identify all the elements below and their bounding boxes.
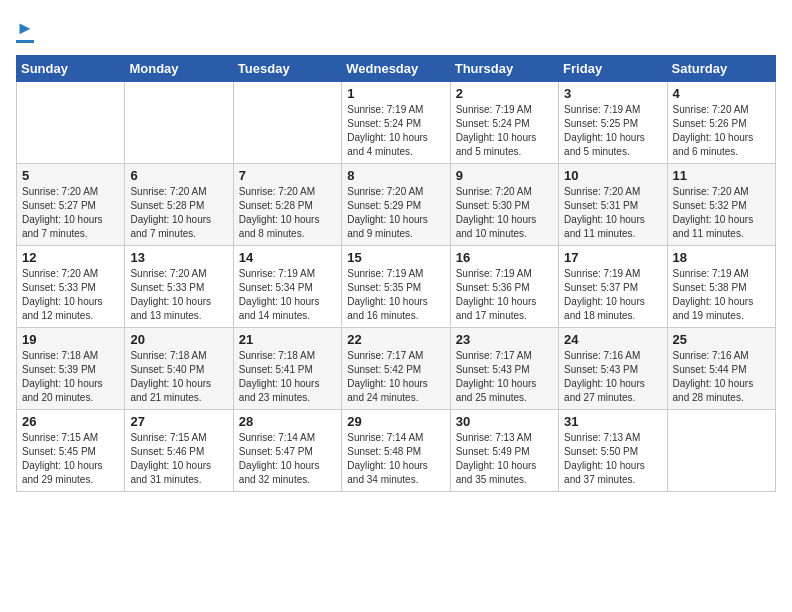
cell-text: Sunrise: 7:20 AMSunset: 5:28 PMDaylight:… <box>130 185 227 241</box>
day-cell: 16Sunrise: 7:19 AMSunset: 5:36 PMDayligh… <box>450 246 558 328</box>
day-number: 21 <box>239 332 336 347</box>
day-number: 28 <box>239 414 336 429</box>
cell-text: Sunrise: 7:20 AMSunset: 5:27 PMDaylight:… <box>22 185 119 241</box>
day-number: 9 <box>456 168 553 183</box>
day-cell: 30Sunrise: 7:13 AMSunset: 5:49 PMDayligh… <box>450 410 558 492</box>
cell-text: Sunrise: 7:17 AMSunset: 5:42 PMDaylight:… <box>347 349 444 405</box>
week-row-4: 19Sunrise: 7:18 AMSunset: 5:39 PMDayligh… <box>17 328 776 410</box>
day-cell: 8Sunrise: 7:20 AMSunset: 5:29 PMDaylight… <box>342 164 450 246</box>
day-cell: 18Sunrise: 7:19 AMSunset: 5:38 PMDayligh… <box>667 246 775 328</box>
cell-text: Sunrise: 7:18 AMSunset: 5:40 PMDaylight:… <box>130 349 227 405</box>
cell-text: Sunrise: 7:19 AMSunset: 5:24 PMDaylight:… <box>347 103 444 159</box>
weekday-header-wednesday: Wednesday <box>342 56 450 82</box>
day-cell: 25Sunrise: 7:16 AMSunset: 5:44 PMDayligh… <box>667 328 775 410</box>
day-number: 3 <box>564 86 661 101</box>
week-row-2: 5Sunrise: 7:20 AMSunset: 5:27 PMDaylight… <box>17 164 776 246</box>
day-number: 31 <box>564 414 661 429</box>
day-cell: 22Sunrise: 7:17 AMSunset: 5:42 PMDayligh… <box>342 328 450 410</box>
cell-text: Sunrise: 7:18 AMSunset: 5:39 PMDaylight:… <box>22 349 119 405</box>
cell-text: Sunrise: 7:14 AMSunset: 5:47 PMDaylight:… <box>239 431 336 487</box>
cell-text: Sunrise: 7:20 AMSunset: 5:33 PMDaylight:… <box>22 267 119 323</box>
day-cell: 13Sunrise: 7:20 AMSunset: 5:33 PMDayligh… <box>125 246 233 328</box>
week-row-3: 12Sunrise: 7:20 AMSunset: 5:33 PMDayligh… <box>17 246 776 328</box>
cell-text: Sunrise: 7:15 AMSunset: 5:45 PMDaylight:… <box>22 431 119 487</box>
weekday-header-sunday: Sunday <box>17 56 125 82</box>
day-number: 11 <box>673 168 770 183</box>
day-cell: 31Sunrise: 7:13 AMSunset: 5:50 PMDayligh… <box>559 410 667 492</box>
day-cell: 1Sunrise: 7:19 AMSunset: 5:24 PMDaylight… <box>342 82 450 164</box>
weekday-header-friday: Friday <box>559 56 667 82</box>
day-cell <box>17 82 125 164</box>
day-number: 12 <box>22 250 119 265</box>
cell-text: Sunrise: 7:13 AMSunset: 5:49 PMDaylight:… <box>456 431 553 487</box>
logo-icon: ► <box>16 18 34 38</box>
weekday-header-monday: Monday <box>125 56 233 82</box>
day-cell: 14Sunrise: 7:19 AMSunset: 5:34 PMDayligh… <box>233 246 341 328</box>
day-number: 24 <box>564 332 661 347</box>
day-number: 30 <box>456 414 553 429</box>
day-number: 22 <box>347 332 444 347</box>
logo: ► <box>16 16 34 43</box>
weekday-header-tuesday: Tuesday <box>233 56 341 82</box>
cell-text: Sunrise: 7:20 AMSunset: 5:32 PMDaylight:… <box>673 185 770 241</box>
cell-text: Sunrise: 7:19 AMSunset: 5:24 PMDaylight:… <box>456 103 553 159</box>
day-cell: 6Sunrise: 7:20 AMSunset: 5:28 PMDaylight… <box>125 164 233 246</box>
day-number: 16 <box>456 250 553 265</box>
day-cell: 20Sunrise: 7:18 AMSunset: 5:40 PMDayligh… <box>125 328 233 410</box>
week-row-1: 1Sunrise: 7:19 AMSunset: 5:24 PMDaylight… <box>17 82 776 164</box>
day-cell: 26Sunrise: 7:15 AMSunset: 5:45 PMDayligh… <box>17 410 125 492</box>
day-cell: 10Sunrise: 7:20 AMSunset: 5:31 PMDayligh… <box>559 164 667 246</box>
cell-text: Sunrise: 7:18 AMSunset: 5:41 PMDaylight:… <box>239 349 336 405</box>
day-number: 25 <box>673 332 770 347</box>
day-number: 1 <box>347 86 444 101</box>
day-cell: 5Sunrise: 7:20 AMSunset: 5:27 PMDaylight… <box>17 164 125 246</box>
day-number: 20 <box>130 332 227 347</box>
day-cell <box>125 82 233 164</box>
day-cell: 17Sunrise: 7:19 AMSunset: 5:37 PMDayligh… <box>559 246 667 328</box>
day-number: 23 <box>456 332 553 347</box>
cell-text: Sunrise: 7:19 AMSunset: 5:35 PMDaylight:… <box>347 267 444 323</box>
cell-text: Sunrise: 7:17 AMSunset: 5:43 PMDaylight:… <box>456 349 553 405</box>
day-cell: 12Sunrise: 7:20 AMSunset: 5:33 PMDayligh… <box>17 246 125 328</box>
day-number: 18 <box>673 250 770 265</box>
day-number: 4 <box>673 86 770 101</box>
day-number: 26 <box>22 414 119 429</box>
calendar: SundayMondayTuesdayWednesdayThursdayFrid… <box>16 55 776 492</box>
day-cell: 2Sunrise: 7:19 AMSunset: 5:24 PMDaylight… <box>450 82 558 164</box>
day-number: 5 <box>22 168 119 183</box>
day-number: 10 <box>564 168 661 183</box>
cell-text: Sunrise: 7:20 AMSunset: 5:33 PMDaylight:… <box>130 267 227 323</box>
cell-text: Sunrise: 7:19 AMSunset: 5:36 PMDaylight:… <box>456 267 553 323</box>
cell-text: Sunrise: 7:19 AMSunset: 5:25 PMDaylight:… <box>564 103 661 159</box>
week-row-5: 26Sunrise: 7:15 AMSunset: 5:45 PMDayligh… <box>17 410 776 492</box>
cell-text: Sunrise: 7:20 AMSunset: 5:26 PMDaylight:… <box>673 103 770 159</box>
day-number: 13 <box>130 250 227 265</box>
day-cell: 4Sunrise: 7:20 AMSunset: 5:26 PMDaylight… <box>667 82 775 164</box>
cell-text: Sunrise: 7:13 AMSunset: 5:50 PMDaylight:… <box>564 431 661 487</box>
cell-text: Sunrise: 7:19 AMSunset: 5:37 PMDaylight:… <box>564 267 661 323</box>
cell-text: Sunrise: 7:20 AMSunset: 5:31 PMDaylight:… <box>564 185 661 241</box>
day-cell: 19Sunrise: 7:18 AMSunset: 5:39 PMDayligh… <box>17 328 125 410</box>
weekday-header-row: SundayMondayTuesdayWednesdayThursdayFrid… <box>17 56 776 82</box>
cell-text: Sunrise: 7:16 AMSunset: 5:44 PMDaylight:… <box>673 349 770 405</box>
cell-text: Sunrise: 7:19 AMSunset: 5:34 PMDaylight:… <box>239 267 336 323</box>
cell-text: Sunrise: 7:14 AMSunset: 5:48 PMDaylight:… <box>347 431 444 487</box>
cell-text: Sunrise: 7:20 AMSunset: 5:29 PMDaylight:… <box>347 185 444 241</box>
logo-underline <box>16 40 34 43</box>
weekday-header-saturday: Saturday <box>667 56 775 82</box>
day-cell: 9Sunrise: 7:20 AMSunset: 5:30 PMDaylight… <box>450 164 558 246</box>
weekday-header-thursday: Thursday <box>450 56 558 82</box>
day-number: 27 <box>130 414 227 429</box>
header: ► <box>16 16 776 43</box>
day-number: 14 <box>239 250 336 265</box>
day-number: 29 <box>347 414 444 429</box>
day-number: 6 <box>130 168 227 183</box>
cell-text: Sunrise: 7:20 AMSunset: 5:30 PMDaylight:… <box>456 185 553 241</box>
day-number: 17 <box>564 250 661 265</box>
day-cell: 21Sunrise: 7:18 AMSunset: 5:41 PMDayligh… <box>233 328 341 410</box>
day-cell: 24Sunrise: 7:16 AMSunset: 5:43 PMDayligh… <box>559 328 667 410</box>
cell-text: Sunrise: 7:20 AMSunset: 5:28 PMDaylight:… <box>239 185 336 241</box>
cell-text: Sunrise: 7:15 AMSunset: 5:46 PMDaylight:… <box>130 431 227 487</box>
cell-text: Sunrise: 7:19 AMSunset: 5:38 PMDaylight:… <box>673 267 770 323</box>
day-cell <box>233 82 341 164</box>
